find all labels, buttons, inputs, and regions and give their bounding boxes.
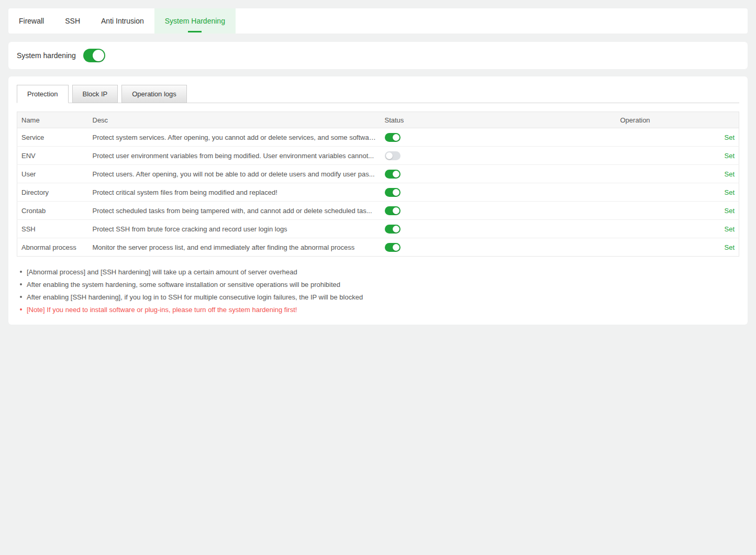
sub-tab-block-ip[interactable]: Block IP <box>72 85 118 103</box>
set-link[interactable]: Set <box>724 170 735 178</box>
row-name: Service <box>17 128 88 147</box>
status-toggle[interactable] <box>385 206 401 215</box>
note-item: [Abnormal process] and [SSH hardening] w… <box>20 265 739 278</box>
sub-tab-bar: ProtectionBlock IPOperation logs <box>17 85 739 103</box>
row-status <box>381 238 616 257</box>
table-row: ENVProtect user environment variables fr… <box>17 147 739 165</box>
status-toggle[interactable] <box>385 225 401 234</box>
row-operation: Set <box>616 220 739 238</box>
set-link[interactable]: Set <box>724 243 735 251</box>
set-link[interactable]: Set <box>724 188 735 196</box>
note-text: [Abnormal process] and [SSH hardening] w… <box>27 268 297 276</box>
row-status <box>381 220 616 238</box>
set-link[interactable]: Set <box>724 134 735 141</box>
note-item: After enabling [SSH hardening], if you l… <box>20 291 739 303</box>
row-status <box>381 183 616 202</box>
note-text: After enabling [SSH hardening], if you l… <box>27 293 363 301</box>
row-desc: Protect scheduled tasks from being tampe… <box>88 202 381 220</box>
row-operation: Set <box>616 165 739 183</box>
status-toggle[interactable] <box>385 151 401 160</box>
row-name: Directory <box>17 183 88 202</box>
tab-firewall[interactable]: Firewall <box>8 8 54 34</box>
bullet-icon <box>20 271 22 273</box>
note-text: [Note] If you need to install software o… <box>27 306 297 314</box>
set-link[interactable]: Set <box>724 152 735 160</box>
hardening-panel: ProtectionBlock IPOperation logs Name De… <box>8 76 748 325</box>
toggle-knob-icon <box>393 171 399 177</box>
col-header-status: Status <box>381 112 616 128</box>
tab-anti-intrusion[interactable]: Anti Intrusion <box>91 8 154 34</box>
note-text: After enabling the system hardening, som… <box>27 281 340 288</box>
row-operation: Set <box>616 183 739 202</box>
bullet-icon <box>20 308 22 310</box>
toggle-knob-icon <box>393 244 399 251</box>
set-link[interactable]: Set <box>724 225 735 233</box>
row-status <box>381 165 616 183</box>
row-operation: Set <box>616 238 739 257</box>
row-desc: Monitor the server process list, and end… <box>88 238 381 257</box>
row-operation: Set <box>616 128 739 147</box>
system-hardening-toggle[interactable] <box>83 49 105 62</box>
status-toggle[interactable] <box>385 243 401 252</box>
row-operation: Set <box>616 147 739 165</box>
note-item: After enabling the system hardening, som… <box>20 278 739 291</box>
col-header-name: Name <box>17 112 88 128</box>
row-desc: Protect critical system files from being… <box>88 183 381 202</box>
row-desc: Protect system services. After opening, … <box>88 128 381 147</box>
table-row: CrontabProtect scheduled tasks from bein… <box>17 202 739 220</box>
toggle-knob-icon <box>393 189 399 196</box>
row-name: User <box>17 165 88 183</box>
toggle-knob-icon <box>93 50 104 61</box>
row-desc: Protect user environment variables from … <box>88 147 381 165</box>
row-status <box>381 128 616 147</box>
col-header-operation: Operation <box>616 112 739 128</box>
sub-tab-protection[interactable]: Protection <box>17 85 69 103</box>
row-operation: Set <box>616 202 739 220</box>
toggle-knob-icon <box>393 134 399 141</box>
tab-system-hardening[interactable]: System Hardening <box>154 8 236 34</box>
status-toggle[interactable] <box>385 133 401 142</box>
warning-note: [Note] If you need to install software o… <box>20 303 739 316</box>
notes-list: [Abnormal process] and [SSH hardening] w… <box>17 265 739 316</box>
system-hardening-card: System hardening <box>8 42 748 69</box>
status-toggle[interactable] <box>385 170 401 179</box>
bullet-icon <box>20 296 22 298</box>
system-hardening-label: System hardening <box>17 51 76 60</box>
table-header-row: Name Desc Status Operation <box>17 112 739 128</box>
tab-ssh[interactable]: SSH <box>54 8 91 34</box>
toggle-knob-icon <box>386 152 393 159</box>
set-link[interactable]: Set <box>724 207 735 215</box>
toggle-knob-icon <box>393 207 399 214</box>
row-name: Abnormal process <box>17 238 88 257</box>
row-desc: Protect SSH from brute force cracking an… <box>88 220 381 238</box>
protection-table: Name Desc Status Operation ServiceProtec… <box>17 112 739 257</box>
sub-tab-operation-logs[interactable]: Operation logs <box>121 85 187 103</box>
row-name: ENV <box>17 147 88 165</box>
row-name: Crontab <box>17 202 88 220</box>
table-row: UserProtect users. After opening, you wi… <box>17 165 739 183</box>
table-row: ServiceProtect system services. After op… <box>17 128 739 147</box>
table-row: DirectoryProtect critical system files f… <box>17 183 739 202</box>
bullet-icon <box>20 283 22 285</box>
row-status <box>381 147 616 165</box>
table-body: ServiceProtect system services. After op… <box>17 128 739 257</box>
row-desc: Protect users. After opening, you will n… <box>88 165 381 183</box>
row-status <box>381 202 616 220</box>
col-header-desc: Desc <box>88 112 381 128</box>
toggle-knob-icon <box>393 226 399 232</box>
row-name: SSH <box>17 220 88 238</box>
security-tab-bar: FirewallSSHAnti IntrusionSystem Hardenin… <box>8 8 748 34</box>
table-row: SSHProtect SSH from brute force cracking… <box>17 220 739 238</box>
table-row: Abnormal processMonitor the server proce… <box>17 238 739 257</box>
status-toggle[interactable] <box>385 188 401 197</box>
